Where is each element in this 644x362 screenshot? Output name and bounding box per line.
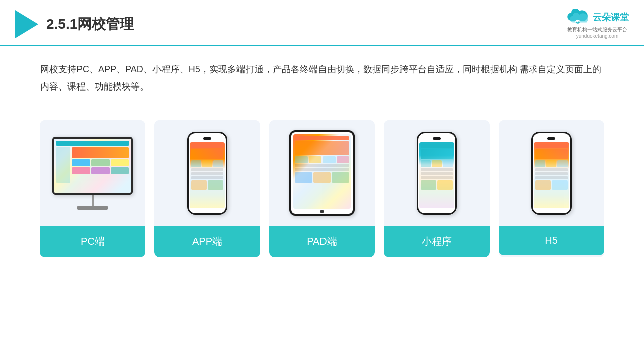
brand-url: yunduoketang.com xyxy=(576,33,619,39)
device-card-miniprogram: 小程序 xyxy=(384,120,490,257)
app-so-banner xyxy=(191,149,223,159)
pad-so-card-2 xyxy=(309,156,322,163)
device-cards-section: PC端 xyxy=(0,105,644,257)
h5-so-card-2 xyxy=(546,160,556,167)
h5-so-row-2 xyxy=(535,180,568,190)
app-image-area xyxy=(154,120,260,226)
h5-list-1 xyxy=(535,168,568,171)
pc-card-6 xyxy=(111,167,129,174)
miniprogram-so-banner xyxy=(421,149,453,159)
pc-card-4 xyxy=(72,167,90,174)
pad-list-2 xyxy=(295,168,349,171)
miniprogram-screen-overlay xyxy=(419,142,454,208)
miniprogram-image-area xyxy=(384,120,490,226)
miniprogram-list-1 xyxy=(421,168,453,171)
pad-so-banner xyxy=(295,141,349,155)
app-so-card-4 xyxy=(191,180,207,190)
pad-so-card-4 xyxy=(337,156,350,163)
brand-logo: 云朵课堂 教育机构一站式服务云平台 yunduoketang.com xyxy=(566,9,629,39)
pc-card-3 xyxy=(111,159,129,166)
miniprogram-so-header xyxy=(421,144,453,148)
pad-so-card-1 xyxy=(295,156,308,163)
logo-triangle-icon xyxy=(15,10,38,38)
pad-so-card-3 xyxy=(323,156,336,163)
pad-image-area xyxy=(269,120,375,226)
app-screen-overlay xyxy=(190,142,225,208)
pad-label: PAD端 xyxy=(269,226,375,257)
pc-cards-row xyxy=(72,159,129,166)
description-text: 网校支持PC、APP、PAD、小程序、H5，实现多端打通，产品各终端自由切换，数… xyxy=(0,46,644,100)
h5-so-card-4 xyxy=(535,180,551,190)
h5-so-card-1 xyxy=(535,160,545,167)
app-list-1 xyxy=(191,168,223,171)
pc-main-content xyxy=(72,147,129,183)
pad-screen-overlay xyxy=(293,134,351,209)
miniprogram-so-card-2 xyxy=(432,160,442,167)
device-card-app: APP端 xyxy=(154,120,260,257)
miniprogram-phone-screen xyxy=(419,142,454,208)
app-so-card-5 xyxy=(208,180,223,190)
cloud-logo: 云朵课堂 xyxy=(566,9,629,25)
pc-topbar xyxy=(56,141,129,146)
miniprogram-so-card-4 xyxy=(421,180,436,190)
pad-tablet xyxy=(289,130,355,216)
pc-content-row xyxy=(56,147,129,183)
device-card-pc: PC端 xyxy=(40,120,145,257)
h5-so-card-3 xyxy=(557,160,568,167)
app-phone xyxy=(187,132,227,215)
brand-name: 云朵课堂 xyxy=(593,11,629,23)
pc-monitor-wrapper xyxy=(52,137,133,210)
pad-tablet-screen xyxy=(293,134,351,209)
app-label: APP端 xyxy=(154,226,260,257)
miniprogram-so-row-2 xyxy=(421,180,453,190)
miniprogram-screen-gradient xyxy=(419,142,454,208)
app-list-2 xyxy=(191,172,223,175)
pad-list-1 xyxy=(295,164,349,167)
miniprogram-phone xyxy=(417,132,457,215)
pc-card-5 xyxy=(91,167,109,174)
device-card-h5: H5 xyxy=(499,120,604,257)
header-left: 2.5.1网校管理 xyxy=(15,10,134,38)
h5-image-area xyxy=(499,120,604,226)
h5-phone xyxy=(531,132,572,215)
app-list-3 xyxy=(191,176,223,179)
app-phone-screen xyxy=(190,142,225,208)
app-so-row-2 xyxy=(191,180,223,190)
h5-label: H5 xyxy=(499,226,604,255)
h5-screen-gradient xyxy=(534,142,569,208)
pc-stand xyxy=(92,195,94,206)
app-so-card-1 xyxy=(191,160,201,167)
pc-card-2 xyxy=(91,159,109,166)
miniprogram-list-2 xyxy=(421,172,453,175)
h5-list-3 xyxy=(535,176,568,179)
h5-so-row-1 xyxy=(535,160,568,167)
page-title: 2.5.1网校管理 xyxy=(46,15,134,34)
h5-so-header xyxy=(535,144,568,148)
pad-so-row-2 xyxy=(295,172,349,183)
miniprogram-so-row-1 xyxy=(421,160,453,167)
miniprogram-so-card-5 xyxy=(437,180,453,190)
h5-so-banner xyxy=(535,149,568,159)
pc-sidebar xyxy=(56,147,70,183)
pc-base xyxy=(77,206,108,210)
pc-monitor xyxy=(52,137,133,195)
pad-so-card-6 xyxy=(313,172,331,183)
pc-screen-content xyxy=(54,139,131,193)
h5-phone-screen xyxy=(534,142,569,208)
h5-screen-overlay xyxy=(534,142,569,208)
app-screen-gradient xyxy=(190,142,225,208)
pc-cards-row-2 xyxy=(72,167,129,174)
h5-list-2 xyxy=(535,172,568,175)
app-so-header xyxy=(191,144,223,148)
miniprogram-so-card-3 xyxy=(443,160,453,167)
miniprogram-list-3 xyxy=(421,176,453,179)
pad-so-header xyxy=(295,136,349,140)
app-so-card-3 xyxy=(213,160,223,167)
miniprogram-label: 小程序 xyxy=(384,226,490,257)
miniprogram-so-card-1 xyxy=(421,160,431,167)
pad-so-row-1 xyxy=(295,156,349,163)
device-card-pad: PAD端 xyxy=(269,120,375,257)
brand-tagline: 教育机构一站式服务云平台 xyxy=(567,26,627,33)
svg-point-1 xyxy=(577,21,578,22)
page-header: 2.5.1网校管理 云朵课堂 教育机构一站式服务云平台 yunduoketang… xyxy=(0,0,644,46)
